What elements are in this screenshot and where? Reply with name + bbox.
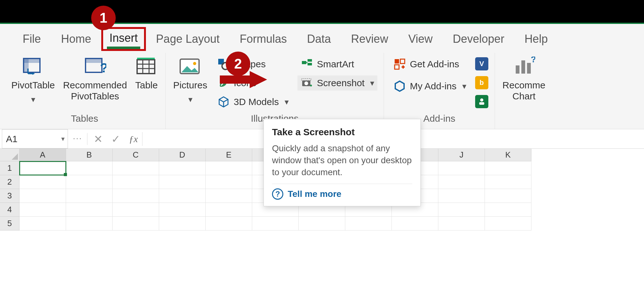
cell-D3[interactable]	[159, 189, 206, 203]
pivottable-button[interactable]: PivotTable ▾	[10, 55, 56, 106]
cell-J3[interactable]	[438, 189, 485, 203]
cell-C2[interactable]	[113, 175, 159, 189]
svg-rect-6	[137, 60, 155, 74]
cell-E3[interactable]	[206, 189, 252, 203]
cell-D2[interactable]	[159, 175, 206, 189]
cell-B2[interactable]	[66, 175, 113, 189]
enter-button[interactable]: ✓	[107, 129, 125, 148]
col-header-K[interactable]: K	[485, 149, 531, 161]
col-header-C[interactable]: C	[113, 149, 159, 161]
cell-B3[interactable]	[66, 189, 113, 203]
cell-H5[interactable]	[345, 217, 392, 231]
tab-developer[interactable]: Developer	[443, 30, 514, 48]
tab-home[interactable]: Home	[51, 30, 101, 48]
row-header-5[interactable]: 5	[0, 217, 19, 231]
svg-rect-4	[86, 58, 102, 63]
cell-D4[interactable]	[159, 203, 206, 217]
recommended-charts-button[interactable]: ? Recomme Chart	[501, 55, 547, 103]
3d-models-label: 3D Models	[234, 97, 279, 107]
cell-C3[interactable]	[113, 189, 159, 203]
visio-data-visualizer-icon[interactable]: V	[475, 57, 488, 70]
svg-rect-27	[516, 65, 519, 74]
svg-rect-16	[302, 61, 306, 64]
row-header-1[interactable]: 1	[0, 161, 19, 175]
col-header-E[interactable]: E	[206, 149, 252, 161]
cell-A1[interactable]	[19, 161, 66, 175]
cell-J4[interactable]	[438, 203, 485, 217]
pictures-button[interactable]: Pictures ▾	[172, 55, 208, 106]
get-addins-button[interactable]: Get Add-ins	[390, 57, 469, 72]
tab-data[interactable]: Data	[297, 30, 341, 48]
cell-D5[interactable]	[159, 217, 206, 231]
tell-me-more-label: Tell me more	[288, 189, 341, 199]
cell-A4[interactable]	[19, 203, 66, 217]
cell-E4[interactable]	[206, 203, 252, 217]
my-addins-button[interactable]: My Add-ins ▾	[390, 79, 469, 94]
cancel-button[interactable]: ✕	[89, 129, 107, 148]
col-header-A[interactable]: A	[19, 149, 66, 161]
cell-I5[interactable]	[392, 217, 438, 231]
ribbon: File Home Insert Page Layout Formulas Da…	[0, 24, 644, 129]
cell-G5[interactable]	[299, 217, 345, 231]
row-header-3[interactable]: 3	[0, 189, 19, 203]
smartart-label: SmartArt	[317, 59, 354, 70]
table-button[interactable]: Table	[134, 55, 159, 92]
col-header-B[interactable]: B	[66, 149, 113, 161]
grip-icon[interactable]: ⋮	[70, 134, 85, 144]
tab-file[interactable]: File	[13, 30, 51, 48]
cell-B4[interactable]	[66, 203, 113, 217]
screenshot-button[interactable]: Screenshot ▾	[297, 75, 378, 91]
cell-F5[interactable]	[252, 217, 299, 231]
cell-J2[interactable]	[438, 175, 485, 189]
tell-me-more-link[interactable]: ? Tell me more	[272, 188, 412, 200]
cell-B5[interactable]	[66, 217, 113, 231]
select-all-corner[interactable]	[0, 149, 19, 161]
cell-E1[interactable]	[206, 161, 252, 175]
cell-D1[interactable]	[159, 161, 206, 175]
row-header-4[interactable]: 4	[0, 203, 19, 217]
chevron-down-icon[interactable]: ▼	[60, 136, 66, 142]
tab-insert[interactable]: Insert	[107, 30, 140, 45]
cell-J1[interactable]	[438, 161, 485, 175]
recommended-pivottables-button[interactable]: ? Recommended PivotTables	[62, 55, 128, 103]
people-graph-icon[interactable]	[475, 95, 488, 108]
pivottable-icon	[22, 57, 44, 77]
bing-maps-icon[interactable]: b	[475, 76, 488, 89]
group-tables-label: Tables	[71, 111, 98, 127]
smartart-button[interactable]: SmartArt	[297, 57, 378, 72]
cell-E2[interactable]	[206, 175, 252, 189]
name-box[interactable]: A1 ▼	[2, 129, 68, 148]
cell-C5[interactable]	[113, 217, 159, 231]
tab-review[interactable]: Review	[341, 30, 398, 48]
fx-icon[interactable]: ƒx	[125, 134, 142, 144]
cell-A2[interactable]	[19, 175, 66, 189]
camera-icon	[301, 77, 313, 89]
3d-models-button[interactable]: 3D Models ▾	[214, 94, 291, 109]
name-box-value: A1	[6, 134, 18, 144]
cell-J5[interactable]	[438, 217, 485, 231]
tab-page-layout[interactable]: Page Layout	[146, 30, 230, 48]
tab-help[interactable]: Help	[514, 30, 558, 48]
cell-K4[interactable]	[485, 203, 531, 217]
col-header-J[interactable]: J	[438, 149, 485, 161]
row-header-2[interactable]: 2	[0, 175, 19, 189]
ribbon-groups: PivotTable ▾ ? Recommended PivotTables	[0, 53, 644, 129]
cell-K5[interactable]	[485, 217, 531, 231]
col-header-D[interactable]: D	[159, 149, 206, 161]
tooltip-title: Take a Screenshot	[272, 127, 412, 137]
cell-K3[interactable]	[485, 189, 531, 203]
svg-point-13	[193, 62, 196, 65]
cell-C1[interactable]	[113, 161, 159, 175]
cell-K1[interactable]	[485, 161, 531, 175]
cell-A5[interactable]	[19, 217, 66, 231]
cell-B1[interactable]	[66, 161, 113, 175]
help-icon: ?	[272, 188, 283, 200]
tab-formulas[interactable]: Formulas	[230, 30, 297, 48]
cell-C4[interactable]	[113, 203, 159, 217]
tab-view[interactable]: View	[398, 30, 442, 48]
group-charts-label	[523, 111, 525, 127]
svg-text:?: ?	[531, 57, 535, 64]
cell-A3[interactable]	[19, 189, 66, 203]
cell-K2[interactable]	[485, 175, 531, 189]
cell-E5[interactable]	[206, 217, 252, 231]
